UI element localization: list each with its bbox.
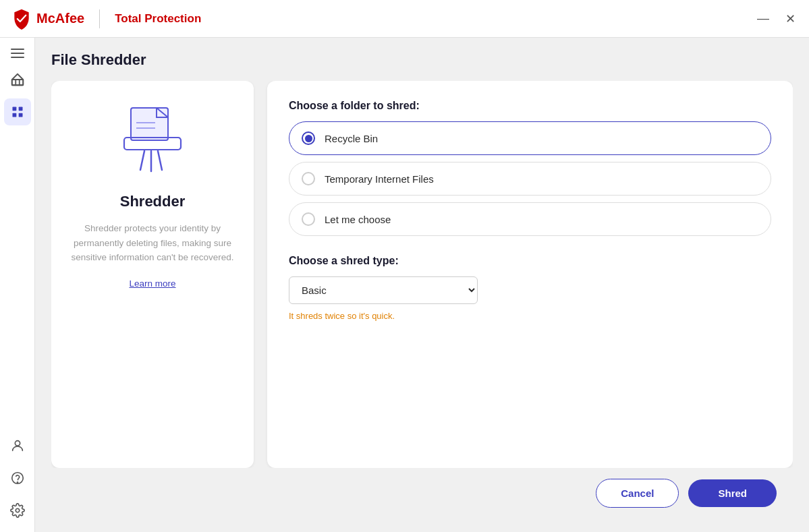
mcafee-logo: McAfee [11, 8, 84, 30]
product-name: Total Protection [115, 12, 201, 26]
svg-point-8 [16, 508, 20, 512]
svg-rect-2 [18, 107, 22, 111]
shred-hint: It shreds twice so it's quick. [289, 311, 771, 321]
close-button[interactable]: ✕ [782, 11, 798, 27]
minimize-button[interactable]: — [755, 11, 771, 27]
logo-divider [99, 9, 100, 28]
radio-label-recycle: Recycle Bin [325, 133, 378, 144]
folder-options: Recycle Bin Temporary Internet Files Let… [289, 121, 771, 236]
content-area: File Shredder [35, 38, 809, 532]
folder-section-label: Choose a folder to shred: [289, 100, 771, 112]
shred-type-label: Choose a shred type: [289, 255, 771, 267]
radio-label-choose: Let me choose [325, 214, 391, 225]
page-title: File Shredder [51, 51, 793, 69]
panels-row: Shredder Shredder protects your identity… [51, 81, 793, 468]
shredder-description: Shredder protects your identity by perma… [67, 221, 238, 265]
sidebar-item-account[interactable] [4, 432, 31, 459]
hamburger-menu[interactable] [8, 46, 27, 61]
brand-name: McAfee [36, 11, 84, 26]
sidebar-item-home[interactable] [4, 66, 31, 93]
sidebar-item-help[interactable] [4, 465, 31, 492]
sidebar-item-apps[interactable] [4, 98, 31, 125]
svg-line-11 [140, 151, 144, 170]
svg-rect-1 [12, 107, 16, 111]
svg-point-7 [17, 482, 18, 483]
shredder-icon-wrap [112, 102, 193, 179]
radio-option-temp-internet[interactable]: Temporary Internet Files [289, 162, 771, 196]
shredder-feature-name: Shredder [120, 193, 186, 210]
radio-option-recycle-bin[interactable]: Recycle Bin [289, 121, 771, 155]
svg-rect-0 [11, 80, 23, 85]
main-container: File Shredder [0, 38, 809, 532]
shredder-illustration [112, 102, 193, 177]
title-bar: McAfee Total Protection — ✕ [0, 0, 809, 38]
sidebar-bottom [4, 432, 31, 524]
svg-point-5 [15, 441, 20, 446]
sidebar-item-settings[interactable] [4, 497, 31, 524]
bottom-bar: Cancel Shred [51, 468, 793, 519]
radio-option-let-me-choose[interactable]: Let me choose [289, 202, 771, 236]
radio-circle-choose [302, 212, 315, 226]
window-controls: — ✕ [755, 11, 798, 27]
left-panel: Shredder Shredder protects your identity… [51, 81, 254, 468]
mcafee-shield-icon [11, 8, 32, 30]
svg-line-13 [158, 151, 162, 170]
logo-area: McAfee Total Protection [11, 8, 201, 30]
shred-button[interactable]: Shred [688, 479, 777, 507]
radio-circle-temp [302, 172, 315, 185]
right-panel: Choose a folder to shred: Recycle Bin Te… [267, 81, 793, 468]
radio-circle-recycle [302, 131, 315, 145]
shred-type-section: Choose a shred type: Basic Enhanced Comp… [289, 255, 771, 321]
radio-label-temp: Temporary Internet Files [325, 173, 434, 185]
shred-type-select[interactable]: Basic Enhanced Complete [289, 276, 478, 304]
learn-more-button[interactable]: Learn more [129, 278, 175, 289]
cancel-button[interactable]: Cancel [596, 479, 679, 508]
sidebar [0, 38, 35, 532]
svg-rect-3 [12, 113, 16, 117]
svg-rect-4 [18, 113, 22, 117]
